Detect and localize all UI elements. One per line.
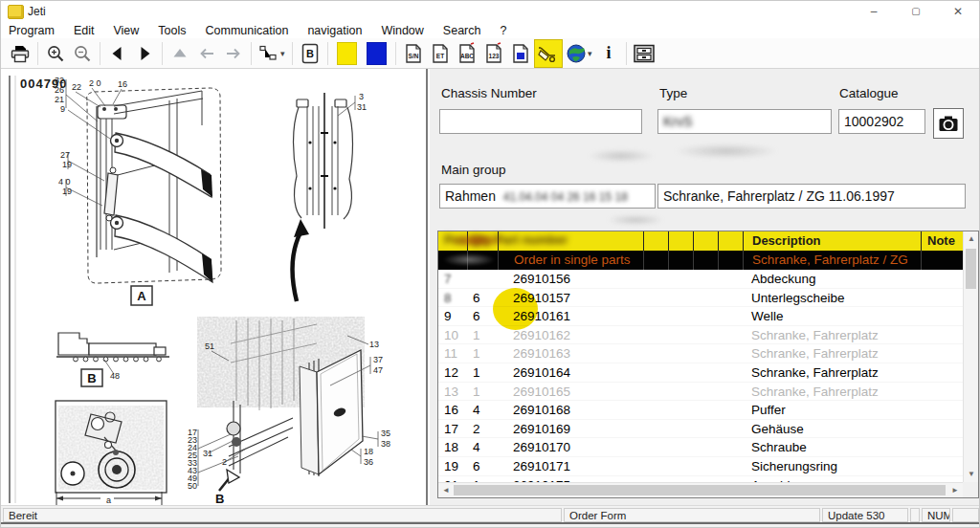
parts-diagram[interactable]: 004790 — [1, 69, 426, 506]
menu-item-view[interactable]: View — [103, 24, 148, 37]
diagram-callout: 37 — [373, 355, 383, 364]
main-group-field-right[interactable]: Schranke, Fahrerplatz / ZG 11.06.1997 — [657, 184, 966, 209]
main-group-field-left[interactable]: Rahmen 41.04.04 04 26 16 15 18 — [439, 184, 656, 209]
table-row[interactable]: 10 1 26910162 Schranke, Fahrerplatz — [438, 326, 963, 345]
minimize-button[interactable]: – — [853, 1, 895, 22]
table-row[interactable]: 11 1 26910163 Schranke, Fahrerplatz — [438, 344, 963, 363]
archive-button[interactable] — [631, 40, 657, 67]
scroll-right-button[interactable]: ► — [947, 483, 963, 498]
table-row[interactable]: 21 1 26910175 Anschlag — [438, 476, 963, 482]
order-basket-button[interactable] — [534, 39, 563, 68]
header-note[interactable]: Note — [921, 231, 963, 251]
svg-text:S/N: S/N — [409, 53, 419, 59]
b-document-button[interactable]: B — [297, 40, 323, 67]
status-order-form: Order Form — [564, 508, 820, 522]
table-row[interactable]: 18 4 26910170 Schraube — [438, 438, 963, 457]
status-spacer — [910, 508, 920, 522]
abc-list-button[interactable]: ABC — [454, 40, 480, 67]
menu-item-program[interactable]: Program — [1, 24, 64, 37]
document-marker-button[interactable] — [507, 40, 534, 67]
diagram-callout: 27 — [60, 150, 70, 160]
status-ready: Bereit — [3, 508, 562, 522]
view-b-arrow-label: B — [215, 492, 224, 506]
menu-item-edit[interactable]: Edit — [64, 24, 104, 37]
selected-row[interactable]: Order in single parts Schranke, Fahrerpl… — [438, 251, 963, 270]
horizontal-scrollbar[interactable]: ◄ ► — [438, 482, 963, 497]
table-row[interactable]: 8 6 26910157 Unterlegscheibe — [438, 289, 963, 308]
title-bar: Jeti – ▢ ✕ — [1, 1, 979, 22]
diagram-callout: 3 — [359, 92, 364, 101]
tree-view-button[interactable] — [256, 40, 282, 67]
scroll-down-button[interactable]: ▼ — [964, 467, 979, 482]
next-group-button[interactable] — [220, 40, 247, 67]
diagram-callout: 16 — [118, 79, 127, 89]
diagram-callout: 50 — [188, 481, 197, 491]
scroll-up-button[interactable]: ▲ — [964, 231, 979, 247]
next-image-button[interactable] — [131, 40, 158, 67]
selected-row-description: Schranke, Fahrerplatz / ZG — [743, 251, 921, 270]
menu-item-search[interactable]: Search — [434, 24, 491, 37]
vertical-scroll-thumb[interactable] — [966, 249, 976, 289]
svg-text:123: 123 — [489, 53, 500, 59]
menu-item-tools[interactable]: Tools — [148, 24, 195, 37]
language-globe-button[interactable] — [563, 40, 590, 67]
status-num: NUM — [922, 508, 950, 522]
et-list-button[interactable]: ET — [427, 40, 454, 67]
type-field[interactable]: KrvS — [657, 109, 832, 134]
tree-view-dropdown[interactable]: ▾ — [280, 49, 288, 58]
parts-table-body: 7 26910156 Abdeckung 8 6 26910157 Unterl… — [438, 270, 963, 482]
main-group-label: Main group — [441, 163, 506, 177]
table-row[interactable]: 16 4 26910168 Puffer — [438, 401, 963, 420]
menu-item-communication[interactable]: Communication — [196, 24, 299, 37]
table-row[interactable]: 12 1 26910164 Schranke, Fahrerplatz — [438, 363, 963, 383]
table-row[interactable]: 13 1 26910165 Schranke, Fahrerplatz — [438, 383, 963, 402]
main-group-left-text: Rahmen — [445, 188, 496, 204]
horizontal-scroll-thumb[interactable] — [454, 485, 946, 495]
table-row[interactable]: 9 6 26910161 Welle — [438, 307, 963, 326]
diagram-callout: 26 — [55, 85, 64, 95]
catalogue-label: Catalogue — [839, 86, 899, 100]
vertical-scrollbar[interactable]: ▲ ▼ — [963, 231, 978, 482]
numeric-list-button[interactable]: 123 — [480, 40, 507, 67]
detail-panel: Chassis Number Type KrvS Catalogue 10002… — [430, 69, 979, 508]
chassis-number-field[interactable] — [439, 109, 642, 134]
diagram-callout: 2 — [222, 457, 227, 467]
diagram-callout: 48 — [110, 371, 120, 381]
scan-smudge — [448, 233, 505, 248]
yellow-marker-button[interactable] — [337, 42, 357, 65]
diagram-callout: 36 — [364, 457, 373, 467]
up-level-button[interactable] — [167, 40, 193, 67]
type-value-redacted: KrvS — [663, 114, 692, 129]
image-camera-button[interactable] — [933, 108, 964, 139]
diagram-callout: 21 — [55, 95, 64, 104]
zoom-in-button[interactable] — [42, 40, 69, 67]
table-row[interactable]: 7 26910156 Abdeckung — [438, 270, 963, 289]
parts-table-header[interactable]: Description Note Pos Qty Part number — [438, 231, 963, 251]
menu-item-[interactable]: ? — [490, 24, 516, 37]
previous-image-button[interactable] — [104, 40, 131, 67]
close-button[interactable]: ✕ — [937, 1, 979, 22]
scan-smudge — [444, 253, 494, 266]
diagram-callout: 22 — [72, 82, 81, 92]
maximize-button[interactable]: ▢ — [895, 1, 937, 22]
previous-group-button[interactable] — [193, 40, 220, 67]
diagram-callout: 51 — [205, 341, 214, 351]
info-button[interactable]: i — [595, 40, 622, 67]
menu-item-window[interactable]: Window — [371, 24, 433, 37]
serial-number-list-button[interactable]: S/N — [400, 40, 427, 67]
zoom-out-button[interactable] — [69, 40, 96, 67]
table-row[interactable]: 19 6 26910171 Sicherungsring — [438, 457, 963, 476]
header-description[interactable]: Description — [743, 231, 921, 251]
catalogue-field[interactable]: 10002902 — [838, 109, 925, 134]
diagram-callout: 19 — [62, 187, 72, 196]
diagram-callout: 38 — [381, 439, 390, 449]
menu-item-navigation[interactable]: navigation — [298, 24, 371, 37]
diagram-callout: a — [106, 495, 111, 505]
print-button[interactable] — [7, 40, 33, 67]
scroll-left-button[interactable]: ◄ — [438, 483, 454, 498]
blue-marker-button[interactable] — [367, 42, 387, 65]
table-row[interactable]: 17 2 26910169 Gehäuse — [438, 420, 963, 439]
language-dropdown[interactable]: ▾ — [588, 49, 595, 58]
view-a-label: A — [137, 289, 146, 303]
selected-row-part: Order in single parts — [498, 251, 643, 270]
